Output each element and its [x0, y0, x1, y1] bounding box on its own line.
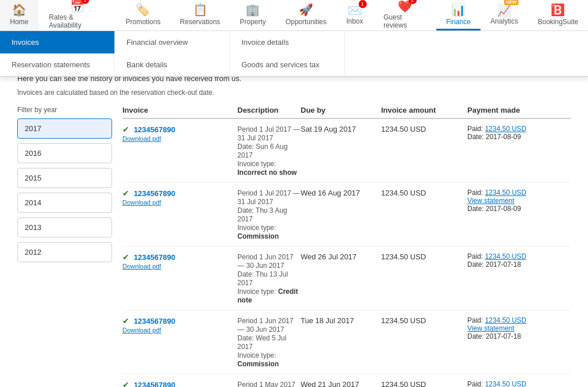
type-text: Invoice type: Commission: [237, 351, 279, 368]
invoice-number[interactable]: 1234567890: [134, 125, 175, 134]
paid-text: Paid: 1234.50 USD: [467, 189, 526, 197]
nav-inbox[interactable]: ✉️ 1 Inbox: [336, 0, 373, 30]
nav-home[interactable]: 🏠 Home: [0, 0, 39, 30]
invoice-number[interactable]: 1234567890: [134, 189, 175, 198]
year-btn-2014[interactable]: 2014: [17, 193, 112, 213]
type-text: Invoice type: Incorrect no show: [237, 160, 297, 177]
nav-promotions[interactable]: 🏷️ Promotions: [116, 0, 170, 30]
paid-amount-link[interactable]: 1234.50 USD: [485, 189, 526, 197]
dropdown-goods-tax[interactable]: Goods and services tax: [230, 53, 344, 76]
due-cell: Wed 26 Jul 2017: [301, 252, 381, 261]
paid-text: Paid: 1234.50 USD: [467, 316, 526, 324]
nav-opportunities-label: Opportunities: [286, 18, 326, 26]
year-btn-2017[interactable]: 2017: [17, 118, 112, 139]
payment-cell: Paid: 1234.50 USD Date: 2017-08-09: [467, 125, 571, 141]
table-row: ✔ 1234567890 Download pdf Period 1 Jun 2…: [122, 311, 571, 374]
amount-text: 1234.50 USD: [381, 189, 426, 197]
nav-opportunities[interactable]: 🚀 Opportunities: [276, 0, 336, 30]
paid-text: Paid: 1234.50 USD: [467, 252, 526, 260]
invoice-cell: ✔ 1234567890 Download pdf: [122, 316, 237, 334]
table-header: Invoice Description Due by Invoice amoun…: [122, 106, 571, 119]
table-row: ✔ 1234567890 Download pdf Period 1 Jun 2…: [122, 247, 571, 311]
analytics-icon: 📈: [497, 4, 512, 17]
description-cell: Period 1 Jul 2017 — 31 Jul 2017 Date: Th…: [237, 189, 301, 240]
dropdown-invoices[interactable]: Invoices: [0, 31, 114, 53]
promotions-icon: 🏷️: [136, 3, 150, 17]
period-text: Period 1 Jul 2017 — 31 Jul 2017: [237, 189, 300, 206]
due-date-text: Wed 16 Aug 2017: [301, 189, 360, 197]
analytics-new-badge: NEW: [504, 0, 518, 5]
download-pdf-link[interactable]: Download pdf: [122, 327, 161, 334]
col-payment: Payment made: [467, 106, 571, 114]
nav-analytics-label: Analytics: [490, 17, 518, 25]
dropdown-col-2: Financial overview Bank details: [115, 31, 230, 76]
inbox-badge-wrapper: ✉️ 1: [348, 3, 362, 17]
check-icon: ✔: [122, 125, 129, 134]
year-btn-2012[interactable]: 2012: [17, 242, 112, 262]
view-statement-link[interactable]: View statement: [467, 324, 571, 332]
period-text: Period 1 May 2017 — 31 May 2017: [237, 381, 295, 387]
paid-text: Paid: 1234.50 USD: [467, 380, 526, 387]
year-btn-2015[interactable]: 2015: [17, 168, 112, 188]
invoice-number[interactable]: 1234567890: [134, 253, 175, 262]
invoice-number[interactable]: 1234567890: [134, 317, 175, 325]
view-statement-link[interactable]: View statement: [467, 197, 571, 205]
due-date-text: Tue 18 Jul 2017: [301, 316, 354, 325]
due-date-text: Sat 19 Aug 2017: [301, 125, 356, 133]
dropdown-reservation-statements[interactable]: Reservation statements: [0, 53, 114, 76]
dropdown-financial-overview[interactable]: Financial overview: [115, 31, 229, 53]
col-amount: Invoice amount: [381, 106, 467, 114]
download-pdf-link[interactable]: Download pdf: [122, 135, 161, 142]
due-cell: Wed 16 Aug 2017: [301, 189, 381, 197]
period-text: Period 1 Jun 2017 — 30 Jun 2017: [237, 253, 293, 270]
amount-cell: 1234.50 USD: [381, 380, 467, 387]
due-cell: Tue 18 Jul 2017: [301, 316, 381, 325]
payment-cell: Paid: 1234.50 USD View statement Date: 2…: [467, 189, 571, 213]
nav-home-label: Home: [10, 18, 28, 26]
nav-reservations-label: Reservations: [180, 18, 220, 26]
amount-text: 1234.50 USD: [381, 380, 426, 387]
nav-guestreviews[interactable]: ❤️ 2 Guest reviews: [373, 0, 436, 30]
check-icon: ✔: [122, 252, 129, 262]
invoice-cell: ✔ 1234567890 Download pdf: [122, 125, 237, 143]
year-btn-2016[interactable]: 2016: [17, 143, 112, 163]
nav-finance[interactable]: 📊 Finance: [436, 0, 481, 30]
year-btn-2013[interactable]: 2013: [17, 217, 112, 237]
nav-guestreviews-label: Guest reviews: [383, 13, 426, 29]
amount-cell: 1234.50 USD: [381, 189, 467, 197]
nav-reservations[interactable]: 📋 Reservations: [170, 0, 230, 30]
paid-amount-link[interactable]: 1234.50 USD: [485, 316, 526, 324]
home-icon: 🏠: [12, 3, 26, 17]
due-date-text: Wed 26 Jul 2017: [301, 252, 356, 261]
description-cell: Period 1 Jul 2017 — 31 Jul 2017 Date: Su…: [237, 125, 301, 177]
finance-dropdown: Invoices Reservation statements Financia…: [0, 31, 588, 77]
nav-bookingsuite[interactable]: 🅱️ BookingSuite: [528, 0, 588, 30]
col-invoice: Invoice: [122, 106, 237, 114]
nav-bookingsuite-label: BookingSuite: [537, 18, 578, 26]
invoices-table: Invoice Description Due by Invoice amoun…: [122, 106, 571, 387]
amount-text: 1234.50 USD: [381, 125, 426, 133]
check-icon: ✔: [122, 189, 129, 198]
download-pdf-link[interactable]: Download pdf: [122, 199, 161, 206]
paid-amount-link[interactable]: 1234.50 USD: [485, 380, 526, 387]
nav-rates[interactable]: 📅 1 Rates & Availability: [39, 0, 116, 30]
type-text: Invoice type: Commission: [237, 224, 279, 240]
invoice-number[interactable]: 1234567890: [134, 381, 175, 387]
dropdown-bank-details[interactable]: Bank details: [115, 53, 229, 76]
download-pdf-link[interactable]: Download pdf: [122, 263, 161, 270]
due-cell: Wed 21 Jun 2017: [301, 380, 381, 387]
table-row: ✔ 1234567890 Download pdf Period 1 Jul 2…: [122, 183, 571, 247]
content-layout: Filter by year 2017 2016 2015 2014 2013 …: [17, 106, 571, 387]
invoice-cell: ✔ 1234567890 Download pdf: [122, 189, 237, 206]
paid-amount-link[interactable]: 1234.50 USD: [485, 252, 526, 260]
check-icon: ✔: [122, 380, 129, 387]
payment-cell: Paid: 1234.50 USD Date: 2017-06-20: [467, 380, 571, 387]
calc-note-text: Invoices are calculated based on the res…: [17, 89, 214, 97]
paid-amount-link[interactable]: 1234.50 USD: [485, 125, 526, 133]
top-nav: 🏠 Home 📅 1 Rates & Availability 🏷️ Promo…: [0, 0, 588, 31]
col-description: Description: [237, 106, 301, 114]
dropdown-invoice-details[interactable]: Invoice details: [230, 31, 344, 53]
nav-analytics[interactable]: 📈 NEW Analytics: [481, 0, 528, 30]
nav-property[interactable]: 🏢 Property: [230, 0, 276, 30]
amount-cell: 1234.50 USD: [381, 316, 467, 325]
